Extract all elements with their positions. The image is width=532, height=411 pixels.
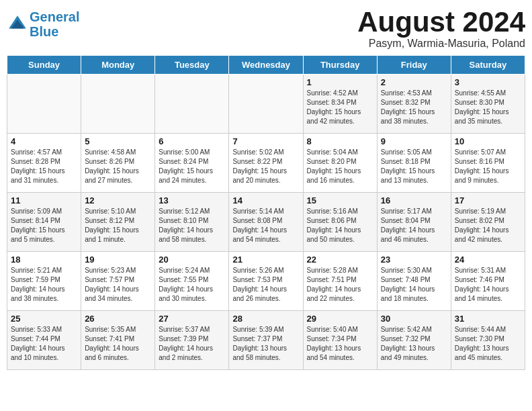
day-info: Sunrise: 5:44 AM Sunset: 7:30 PM Dayligh…: [455, 325, 521, 363]
calendar-cell: 18Sunrise: 5:21 AM Sunset: 7:59 PM Dayli…: [7, 252, 81, 311]
day-number: 15: [307, 195, 373, 205]
logo: General Blue: [7, 9, 79, 39]
day-number: 12: [85, 195, 151, 205]
day-info: Sunrise: 5:16 AM Sunset: 8:06 PM Dayligh…: [307, 207, 373, 244]
day-info: Sunrise: 5:37 AM Sunset: 7:39 PM Dayligh…: [159, 325, 225, 363]
calendar-cell: 21Sunrise: 5:26 AM Sunset: 7:53 PM Dayli…: [229, 252, 303, 311]
month-title: August 2024: [357, 7, 525, 38]
day-info: Sunrise: 5:26 AM Sunset: 7:53 PM Dayligh…: [232, 266, 299, 304]
day-info: Sunrise: 5:02 AM Sunset: 8:22 PM Dayligh…: [232, 148, 299, 185]
day-number: 18: [11, 255, 77, 265]
day-info: Sunrise: 4:52 AM Sunset: 8:34 PM Dayligh…: [307, 89, 373, 126]
day-info: Sunrise: 5:42 AM Sunset: 7:32 PM Dayligh…: [381, 325, 447, 363]
day-number: 7: [232, 136, 299, 146]
calendar-cell: 16Sunrise: 5:17 AM Sunset: 8:04 PM Dayli…: [377, 193, 451, 252]
day-info: Sunrise: 5:30 AM Sunset: 7:48 PM Dayligh…: [381, 266, 447, 304]
day-number: 29: [307, 314, 373, 324]
weekday-header: Thursday: [303, 56, 377, 75]
day-info: Sunrise: 5:09 AM Sunset: 8:14 PM Dayligh…: [11, 207, 77, 244]
day-info: Sunrise: 5:19 AM Sunset: 8:02 PM Dayligh…: [455, 207, 521, 244]
calendar-cell: 15Sunrise: 5:16 AM Sunset: 8:06 PM Dayli…: [303, 193, 377, 252]
calendar-cell: 1Sunrise: 4:52 AM Sunset: 8:34 PM Daylig…: [303, 75, 377, 134]
location-subtitle: Pasym, Warmia-Masuria, Poland: [357, 38, 525, 50]
day-info: Sunrise: 5:35 AM Sunset: 7:41 PM Dayligh…: [85, 325, 151, 363]
day-number: 4: [11, 136, 77, 146]
calendar-cell: 11Sunrise: 5:09 AM Sunset: 8:14 PM Dayli…: [7, 193, 81, 252]
day-info: Sunrise: 4:57 AM Sunset: 8:28 PM Dayligh…: [11, 148, 77, 185]
day-number: 28: [232, 314, 299, 324]
day-number: 23: [381, 255, 447, 265]
day-number: 20: [159, 255, 225, 265]
calendar-cell: 9Sunrise: 5:05 AM Sunset: 8:18 PM Daylig…: [377, 134, 451, 193]
weekday-header: Tuesday: [155, 56, 229, 75]
calendar-body: 1Sunrise: 4:52 AM Sunset: 8:34 PM Daylig…: [7, 75, 525, 370]
calendar-week-row: 11Sunrise: 5:09 AM Sunset: 8:14 PM Dayli…: [7, 193, 525, 252]
calendar-table: SundayMondayTuesdayWednesdayThursdayFrid…: [7, 55, 525, 370]
day-number: 25: [11, 314, 77, 324]
calendar-cell: 20Sunrise: 5:24 AM Sunset: 7:55 PM Dayli…: [155, 252, 229, 311]
weekday-row: SundayMondayTuesdayWednesdayThursdayFrid…: [7, 56, 525, 75]
calendar-cell: [155, 75, 229, 134]
logo-text: General Blue: [30, 9, 79, 39]
calendar-cell: [81, 75, 155, 134]
day-number: 10: [455, 136, 521, 146]
day-info: Sunrise: 5:40 AM Sunset: 7:34 PM Dayligh…: [307, 325, 373, 363]
calendar-week-row: 1Sunrise: 4:52 AM Sunset: 8:34 PM Daylig…: [7, 75, 525, 134]
day-number: 19: [85, 255, 151, 265]
calendar-week-row: 18Sunrise: 5:21 AM Sunset: 7:59 PM Dayli…: [7, 252, 525, 311]
calendar-cell: 8Sunrise: 5:04 AM Sunset: 8:20 PM Daylig…: [303, 134, 377, 193]
calendar-cell: 6Sunrise: 5:00 AM Sunset: 8:24 PM Daylig…: [155, 134, 229, 193]
calendar-cell: 27Sunrise: 5:37 AM Sunset: 7:39 PM Dayli…: [155, 311, 229, 370]
weekday-header: Friday: [377, 56, 451, 75]
day-number: 13: [159, 195, 225, 205]
day-number: 1: [307, 77, 373, 87]
day-info: Sunrise: 5:07 AM Sunset: 8:16 PM Dayligh…: [455, 148, 521, 185]
calendar-cell: 25Sunrise: 5:33 AM Sunset: 7:44 PM Dayli…: [7, 311, 81, 370]
weekday-header: Saturday: [451, 56, 525, 75]
calendar-week-row: 4Sunrise: 4:57 AM Sunset: 8:28 PM Daylig…: [7, 134, 525, 193]
title-block: August 2024 Pasym, Warmia-Masuria, Polan…: [357, 7, 525, 50]
day-number: 22: [307, 255, 373, 265]
calendar-cell: 22Sunrise: 5:28 AM Sunset: 7:51 PM Dayli…: [303, 252, 377, 311]
day-info: Sunrise: 5:31 AM Sunset: 7:46 PM Dayligh…: [455, 266, 521, 304]
calendar-cell: 28Sunrise: 5:39 AM Sunset: 7:37 PM Dayli…: [229, 311, 303, 370]
calendar-header: SundayMondayTuesdayWednesdayThursdayFrid…: [7, 56, 525, 75]
day-info: Sunrise: 5:14 AM Sunset: 8:08 PM Dayligh…: [232, 207, 299, 244]
day-info: Sunrise: 4:53 AM Sunset: 8:32 PM Dayligh…: [381, 89, 447, 126]
day-info: Sunrise: 5:28 AM Sunset: 7:51 PM Dayligh…: [307, 266, 373, 304]
day-number: 26: [85, 314, 151, 324]
weekday-header: Wednesday: [229, 56, 303, 75]
calendar-cell: 10Sunrise: 5:07 AM Sunset: 8:16 PM Dayli…: [451, 134, 525, 193]
day-info: Sunrise: 4:55 AM Sunset: 8:30 PM Dayligh…: [455, 89, 521, 126]
calendar-cell: 7Sunrise: 5:02 AM Sunset: 8:22 PM Daylig…: [229, 134, 303, 193]
day-number: 3: [455, 77, 521, 87]
calendar-cell: [229, 75, 303, 134]
calendar-cell: 17Sunrise: 5:19 AM Sunset: 8:02 PM Dayli…: [451, 193, 525, 252]
day-info: Sunrise: 5:10 AM Sunset: 8:12 PM Dayligh…: [85, 207, 151, 244]
day-number: 5: [85, 136, 151, 146]
day-number: 2: [381, 77, 447, 87]
calendar-cell: 13Sunrise: 5:12 AM Sunset: 8:10 PM Dayli…: [155, 193, 229, 252]
day-number: 30: [381, 314, 447, 324]
calendar-cell: 31Sunrise: 5:44 AM Sunset: 7:30 PM Dayli…: [451, 311, 525, 370]
calendar-cell: 14Sunrise: 5:14 AM Sunset: 8:08 PM Dayli…: [229, 193, 303, 252]
day-info: Sunrise: 5:12 AM Sunset: 8:10 PM Dayligh…: [159, 207, 225, 244]
day-info: Sunrise: 5:24 AM Sunset: 7:55 PM Dayligh…: [159, 266, 225, 304]
day-info: Sunrise: 5:21 AM Sunset: 7:59 PM Dayligh…: [11, 266, 77, 304]
calendar-cell: 26Sunrise: 5:35 AM Sunset: 7:41 PM Dayli…: [81, 311, 155, 370]
day-number: 17: [455, 195, 521, 205]
calendar-cell: 30Sunrise: 5:42 AM Sunset: 7:32 PM Dayli…: [377, 311, 451, 370]
day-info: Sunrise: 5:04 AM Sunset: 8:20 PM Dayligh…: [307, 148, 373, 185]
weekday-header: Monday: [81, 56, 155, 75]
calendar-cell: 23Sunrise: 5:30 AM Sunset: 7:48 PM Dayli…: [377, 252, 451, 311]
calendar-cell: 4Sunrise: 4:57 AM Sunset: 8:28 PM Daylig…: [7, 134, 81, 193]
calendar-week-row: 25Sunrise: 5:33 AM Sunset: 7:44 PM Dayli…: [7, 311, 525, 370]
day-info: Sunrise: 5:39 AM Sunset: 7:37 PM Dayligh…: [232, 325, 299, 363]
day-number: 14: [232, 195, 299, 205]
day-info: Sunrise: 5:00 AM Sunset: 8:24 PM Dayligh…: [159, 148, 225, 185]
weekday-header: Sunday: [7, 56, 81, 75]
calendar-cell: 24Sunrise: 5:31 AM Sunset: 7:46 PM Dayli…: [451, 252, 525, 311]
day-number: 9: [381, 136, 447, 146]
calendar-cell: [7, 75, 81, 134]
day-info: Sunrise: 5:33 AM Sunset: 7:44 PM Dayligh…: [11, 325, 77, 363]
